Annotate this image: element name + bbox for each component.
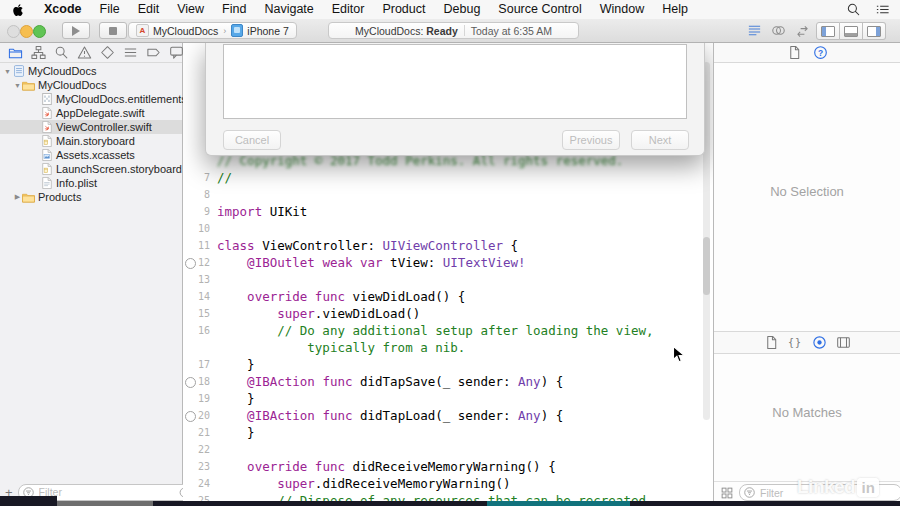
- assistant-editor-button[interactable]: [768, 23, 788, 38]
- connection-well-icon[interactable]: [185, 258, 196, 269]
- tree-row-main-storyboard[interactable]: Main.storyboard: [0, 134, 182, 148]
- report-navigator-tab[interactable]: [169, 45, 184, 60]
- navigator-panel-toggle[interactable]: [816, 22, 840, 40]
- line-number[interactable]: 22: [183, 444, 210, 455]
- line-number[interactable]: 9: [183, 206, 210, 217]
- code-line-7[interactable]: 7//: [183, 169, 713, 186]
- menu-item-file[interactable]: File: [91, 0, 129, 19]
- connection-well-icon[interactable]: [185, 377, 196, 388]
- tree-row-assets-xcassets[interactable]: Assets.xcassets: [0, 148, 182, 162]
- code-line-19[interactable]: 19 }: [183, 390, 713, 407]
- activity-viewer[interactable]: MyCloudDocs: Ready Today at 6:35 AM: [328, 22, 579, 39]
- code-line-17[interactable]: 17 }: [183, 356, 713, 373]
- find-navigator-tab[interactable]: [54, 45, 69, 60]
- line-number[interactable]: 7: [183, 172, 210, 183]
- menu-item-edit[interactable]: Edit: [129, 0, 169, 19]
- menu-item-find[interactable]: Find: [213, 0, 255, 19]
- zoom-button[interactable]: [33, 25, 46, 38]
- line-number[interactable]: 24: [183, 478, 210, 489]
- debug-navigator-tab[interactable]: [123, 45, 138, 60]
- code-area[interactable]: // Copyright © 2017 Todd Perkins. All ri…: [183, 152, 713, 506]
- apple-menu[interactable]: [0, 3, 35, 17]
- code-snippet-library-tab[interactable]: {}: [788, 335, 803, 350]
- project-navigator-tab[interactable]: [8, 45, 23, 60]
- stop-button[interactable]: [99, 22, 127, 39]
- code-line-13[interactable]: 13: [183, 271, 713, 288]
- connection-well-icon[interactable]: [185, 411, 196, 422]
- disclosure-open-icon[interactable]: ▼: [3, 68, 12, 75]
- code-line-8[interactable]: 8: [183, 186, 713, 203]
- menu-item-help[interactable]: Help: [653, 0, 697, 19]
- tree-row-appdelegate-swift[interactable]: AppDelegate.swift: [0, 106, 182, 120]
- line-number[interactable]: 15: [183, 308, 210, 319]
- tree-row-launchscreen-storyboard[interactable]: LaunchScreen.storyboard: [0, 162, 182, 176]
- notification-center-icon[interactable]: [875, 2, 890, 17]
- close-button[interactable]: [7, 25, 20, 38]
- next-button[interactable]: Next: [631, 130, 689, 150]
- code-line-23[interactable]: 23 override func didReceiveMemoryWarning…: [183, 458, 713, 475]
- menu-item-source-control[interactable]: Source Control: [489, 0, 590, 19]
- standard-editor-button[interactable]: [744, 23, 764, 38]
- code-line-12[interactable]: 12 @IBOutlet weak var tView: UITextView!: [183, 254, 713, 271]
- code-line-18[interactable]: 18 @IBAction func didTapSave(_ sender: A…: [183, 373, 713, 390]
- code-line-21[interactable]: 21 }: [183, 424, 713, 441]
- tree-row-viewcontroller-swift[interactable]: ViewController.swift: [0, 120, 182, 134]
- code-line-22[interactable]: 22: [183, 441, 713, 458]
- line-number[interactable]: 13: [183, 274, 210, 285]
- minimize-button[interactable]: [20, 25, 33, 38]
- utilities-panel-toggle[interactable]: [863, 22, 886, 40]
- code-line-20[interactable]: 20 @IBAction func didTapLoad(_ sender: A…: [183, 407, 713, 424]
- grid-view-icon[interactable]: [721, 487, 733, 499]
- issue-navigator-tab[interactable]: [77, 45, 92, 60]
- disclosure-open-icon[interactable]: ▼: [13, 82, 22, 89]
- line-number[interactable]: 17: [183, 359, 210, 370]
- menu-item-window[interactable]: Window: [591, 0, 653, 19]
- tree-row-myclouddocs-entitlements[interactable]: MyCloudDocs.entitlements: [0, 92, 182, 106]
- line-number[interactable]: 11: [183, 240, 210, 251]
- sheet-text-area[interactable]: [223, 44, 687, 119]
- line-number[interactable]: 21: [183, 427, 210, 438]
- code-line-9[interactable]: 9import UIKit: [183, 203, 713, 220]
- code-line-wrap[interactable]: typically from a nib.: [183, 339, 713, 356]
- tree-row-products[interactable]: ▶Products: [0, 190, 182, 204]
- tree-row-info-plist[interactable]: Info.plist: [0, 176, 182, 190]
- source-editor[interactable]: // Copyright © 2017 Todd Perkins. All ri…: [183, 42, 713, 506]
- object-library-tab[interactable]: [812, 335, 827, 350]
- editor-scrollbar-thumb[interactable]: [703, 237, 710, 295]
- previous-button[interactable]: Previous: [562, 130, 620, 150]
- menu-item-product[interactable]: Product: [373, 0, 434, 19]
- menu-item-xcode[interactable]: Xcode: [35, 0, 91, 19]
- quick-help-inspector-tab[interactable]: ?: [813, 45, 828, 60]
- line-number[interactable]: 23: [183, 461, 210, 472]
- file-inspector-tab[interactable]: [787, 45, 802, 60]
- test-navigator-tab[interactable]: [100, 45, 115, 60]
- file-template-library-tab[interactable]: [764, 335, 779, 350]
- menu-item-navigate[interactable]: Navigate: [255, 0, 322, 19]
- line-number[interactable]: 19: [183, 393, 210, 404]
- code-line-24[interactable]: 24 super.didReceiveMemoryWarning(): [183, 475, 713, 492]
- spotlight-search-icon[interactable]: [846, 2, 861, 17]
- disclosure-closed-icon[interactable]: ▶: [13, 193, 22, 201]
- tree-row-myclouddocs[interactable]: ▼MyCloudDocs: [0, 64, 182, 78]
- line-number[interactable]: 14: [183, 291, 210, 302]
- symbol-navigator-tab[interactable]: [31, 45, 46, 60]
- media-library-tab[interactable]: [836, 335, 851, 350]
- code-line-11[interactable]: 11class ViewController: UIViewController…: [183, 237, 713, 254]
- menu-item-editor[interactable]: Editor: [323, 0, 374, 19]
- breakpoint-navigator-tab[interactable]: [146, 45, 161, 60]
- code-line-16[interactable]: 16 // Do any additional setup after load…: [183, 322, 713, 339]
- menu-item-debug[interactable]: Debug: [435, 0, 490, 19]
- menu-item-view[interactable]: View: [168, 0, 213, 19]
- version-editor-button[interactable]: [792, 23, 812, 38]
- cancel-button[interactable]: Cancel: [223, 130, 281, 150]
- tree-row-myclouddocs[interactable]: ▼MyCloudDocs: [0, 78, 182, 92]
- debug-area-toggle[interactable]: [840, 22, 863, 40]
- line-number[interactable]: 10: [183, 223, 210, 234]
- run-button[interactable]: [62, 22, 90, 39]
- code-line-15[interactable]: 15 super.viewDidLoad(): [183, 305, 713, 322]
- code-line-14[interactable]: 14 override func viewDidLoad() {: [183, 288, 713, 305]
- library-filter-field[interactable]: [739, 484, 900, 501]
- line-number[interactable]: 16: [183, 325, 210, 336]
- library-filter-input[interactable]: [758, 486, 897, 500]
- line-number[interactable]: 8: [183, 189, 210, 200]
